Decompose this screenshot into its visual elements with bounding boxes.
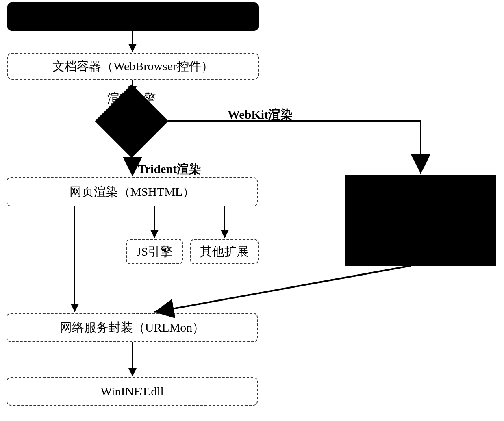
js-engine-label: JS引擎 (137, 243, 172, 260)
other-ext-box: 其他扩展 (190, 239, 259, 264)
wininet-label: WinINET.dll (100, 384, 164, 398)
other-ext-label: 其他扩展 (200, 243, 249, 260)
webkit-box (345, 175, 496, 266)
urlmon-box: 网络服务封装（URLMon） (7, 313, 258, 342)
top-box (7, 2, 259, 31)
decision-caption: 渲染引擎 (106, 90, 158, 107)
js-engine-box: JS引擎 (126, 239, 183, 264)
web-render-label: 网页渲染（MSHTML） (70, 184, 195, 200)
svg-line-6 (154, 266, 411, 312)
doc-container-box: 文档容器（WebBrowser控件） (7, 53, 259, 80)
branch-right-label: WebKit渲染 (228, 106, 293, 123)
urlmon-label: 网络服务封装（URLMon） (60, 319, 205, 336)
web-render-box: 网页渲染（MSHTML） (7, 177, 258, 206)
branch-down-label: Trident渲染 (138, 161, 201, 178)
doc-container-label: 文档容器（WebBrowser控件） (52, 58, 213, 75)
wininet-box: WinINET.dll (7, 377, 258, 406)
